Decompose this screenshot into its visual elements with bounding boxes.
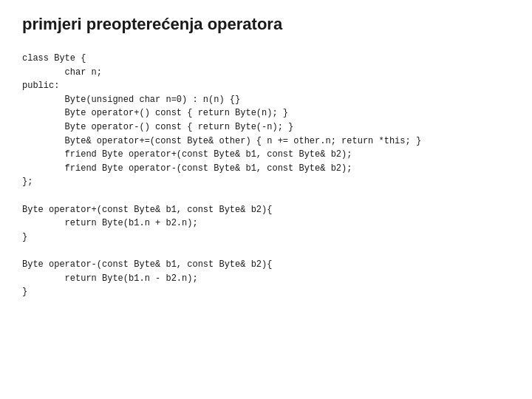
- page-container: primjeri preopterećenja operatora class …: [0, 0, 532, 399]
- page-title: primjeri preopterećenja operatora: [22, 15, 510, 34]
- code-block: class Byte { char n; public: Byte(unsign…: [22, 52, 510, 299]
